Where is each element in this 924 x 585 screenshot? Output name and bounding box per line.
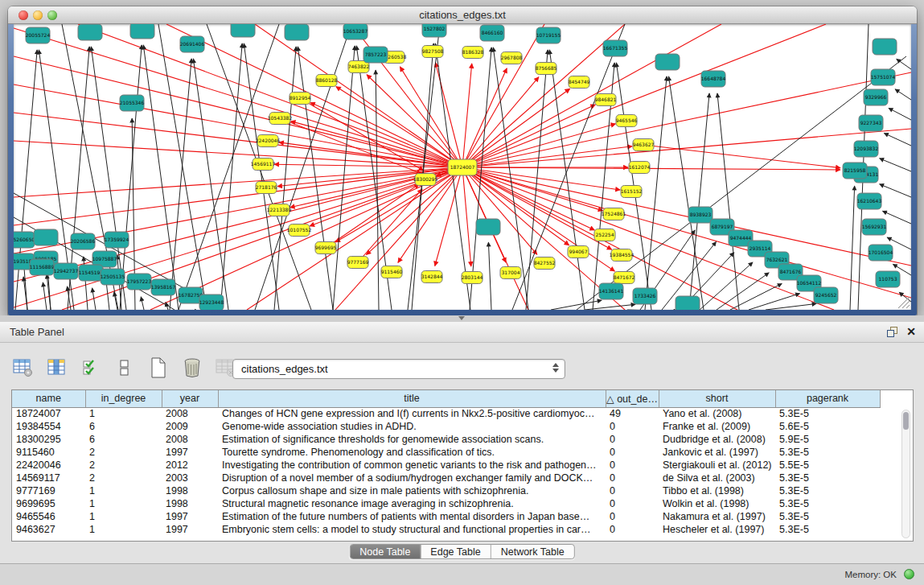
table-cell[interactable]: 0 [606, 446, 659, 459]
table-cell[interactable]: 0 [606, 420, 659, 433]
new-table-button[interactable] [146, 356, 170, 380]
column-header-year[interactable]: year [162, 390, 218, 407]
column-header-out_de[interactable]: △ out_de… [606, 390, 659, 407]
table-cell[interactable]: 5.9E-5 [775, 433, 880, 446]
table-cell[interactable]: 5.5E-5 [775, 459, 880, 472]
table-cell[interactable]: Hescheler et al. (1997) [659, 523, 775, 536]
table-cell[interactable]: 5.6E-5 [775, 420, 880, 433]
network-canvas[interactable]: 1872400718300295946362716120741615152175… [14, 24, 911, 310]
graph-node[interactable] [476, 219, 500, 235]
table-row[interactable]: 969969511998Structural magnetic resonanc… [12, 497, 880, 510]
table-cell[interactable]: 1 [85, 510, 162, 523]
network-graph[interactable]: 1872400718300295946362716120741615152175… [14, 24, 911, 310]
table-row[interactable]: 1938455462009Genome-wide association stu… [12, 420, 880, 433]
table-cell[interactable]: 1 [85, 497, 162, 510]
delete-entries-button[interactable] [180, 356, 204, 380]
table-cell[interactable]: 5.3E-5 [775, 510, 880, 523]
graph-node[interactable] [676, 296, 700, 310]
table-cell[interactable]: 1998 [162, 484, 218, 497]
table-cell[interactable]: 2008 [162, 433, 218, 446]
tab-edge-table[interactable]: Edge Table [421, 545, 491, 558]
column-header-name[interactable]: name [12, 390, 85, 407]
table-cell[interactable]: 9699695 [12, 497, 85, 510]
table-cell[interactable]: 1 [85, 484, 162, 497]
table-row[interactable]: 946362711997Embryonic stem cells: a mode… [12, 523, 880, 536]
table-cell[interactable]: 2008 [162, 407, 218, 420]
close-panel-icon[interactable]: ✕ [906, 325, 916, 338]
table-cell[interactable]: Estimation of significance thresholds fo… [218, 433, 606, 446]
table-cell[interactable]: 1 [85, 407, 162, 420]
table-cell[interactable]: Jankovic et al. (1997) [659, 446, 775, 459]
table-cell[interactable]: de Silva et al. (2003) [659, 472, 775, 484]
table-row[interactable]: 1872400712008Changes of HCN gene express… [12, 407, 880, 420]
table-cell[interactable]: 0 [606, 433, 659, 446]
table-row[interactable]: 2242004622012Investigating the contribut… [12, 459, 880, 472]
column-chooser-button[interactable] [45, 356, 69, 380]
table-cell[interactable]: 6 [85, 420, 162, 433]
table-row[interactable]: 1456911722003Disruption of a novel membe… [12, 472, 880, 484]
table-cell[interactable]: 1998 [162, 497, 218, 510]
table-cell[interactable]: 22420046 [12, 459, 85, 472]
table-cell[interactable]: 5.3E-5 [775, 484, 880, 497]
table-cell[interactable]: 9463627 [12, 523, 85, 536]
table-cell[interactable]: Wolkin et al. (1998) [659, 497, 775, 510]
table-row[interactable]: 977716911998Corpus callosum shape and si… [12, 484, 880, 497]
graph-node[interactable] [130, 24, 154, 39]
table-row[interactable]: 1830029562008Estimation of significance … [12, 433, 880, 446]
select-rows-button[interactable] [79, 356, 103, 380]
table-cell[interactable]: 2 [85, 459, 162, 472]
table-cell[interactable]: 5.3E-5 [775, 472, 880, 484]
panel-splitter[interactable] [0, 315, 924, 322]
table-cell[interactable]: 9115460 [12, 446, 85, 459]
column-header-title[interactable]: title [218, 390, 606, 407]
table-cell[interactable]: 49 [606, 407, 659, 420]
table-cell[interactable]: Yano et al. (2008) [659, 407, 775, 420]
table-cell[interactable]: 2012 [162, 459, 218, 472]
table-cell[interactable]: 18724007 [12, 407, 85, 420]
table-cell[interactable]: 0 [606, 510, 659, 523]
table-cell[interactable]: Tibbo et al. (1998) [659, 484, 775, 497]
table-cell[interactable]: 0 [606, 497, 659, 510]
table-cell[interactable]: Changes of HCN gene expression and I(f) … [218, 407, 606, 420]
table-cell[interactable]: Structural magnetic resonance image aver… [218, 497, 606, 510]
table-cell[interactable]: 1997 [162, 523, 218, 536]
table-cell[interactable]: 2009 [162, 420, 218, 433]
merge-rows-button[interactable] [113, 356, 137, 380]
table-settings-button[interactable] [11, 356, 35, 380]
table-cell[interactable]: Disruption of a novel member of a sodium… [218, 472, 606, 484]
table-cell[interactable]: Genome-wide association studies in ADHD. [218, 420, 606, 433]
table-row[interactable]: 911546021997Tourette syndrome. Phenomeno… [12, 446, 880, 459]
table-row[interactable]: 946554611997Estimation of the future num… [12, 510, 880, 523]
graph-node[interactable] [655, 54, 680, 70]
tab-node-table[interactable]: Node Table [350, 545, 421, 558]
table-cell[interactable]: 19384554 [12, 420, 85, 433]
table-cell[interactable]: Tourette syndrome. Phenomenology and cla… [218, 446, 606, 459]
table-cell[interactable]: Dudbridge et al. (2008) [659, 433, 775, 446]
float-panel-icon[interactable] [887, 327, 898, 338]
table-cell[interactable]: Stergiakouli et al. (2012) [659, 459, 775, 472]
splitter-grip-icon[interactable] [458, 316, 465, 320]
table-cell[interactable]: 0 [606, 472, 659, 484]
table-cell[interactable]: 9777169 [12, 484, 85, 497]
table-cell[interactable]: 18300295 [12, 433, 85, 446]
table-cell[interactable]: Nakamura et al. (1997) [659, 510, 775, 523]
graph-node[interactable] [231, 24, 255, 37]
window-titlebar[interactable]: citations_edges.txt [8, 6, 917, 24]
table-source-select[interactable]: citations_edges.txt [232, 359, 565, 379]
graph-node[interactable] [34, 229, 58, 245]
table-cell[interactable]: Corpus callosum shape and size in male p… [218, 484, 606, 497]
table-cell[interactable]: 1997 [162, 510, 218, 523]
graph-node[interactable] [873, 39, 897, 55]
table-cell[interactable]: 5.3E-5 [775, 497, 880, 510]
scrollbar-thumb[interactable] [903, 412, 909, 430]
table-cell[interactable]: 5.3E-5 [775, 523, 880, 536]
table-cell[interactable]: 1997 [162, 446, 218, 459]
table-cell[interactable]: Estimation of the future numbers of pati… [218, 510, 606, 523]
table-cell[interactable]: Investigating the contribution of common… [218, 459, 606, 472]
table-cell[interactable]: 5.3E-5 [775, 446, 880, 459]
table-cell[interactable]: 2003 [162, 472, 218, 484]
table-cell[interactable]: 14569117 [12, 472, 85, 484]
tab-network-table[interactable]: Network Table [491, 545, 574, 558]
table-cell[interactable]: 9465546 [12, 510, 85, 523]
table-cell[interactable]: Embryonic stem cells: a model to study s… [218, 523, 606, 536]
